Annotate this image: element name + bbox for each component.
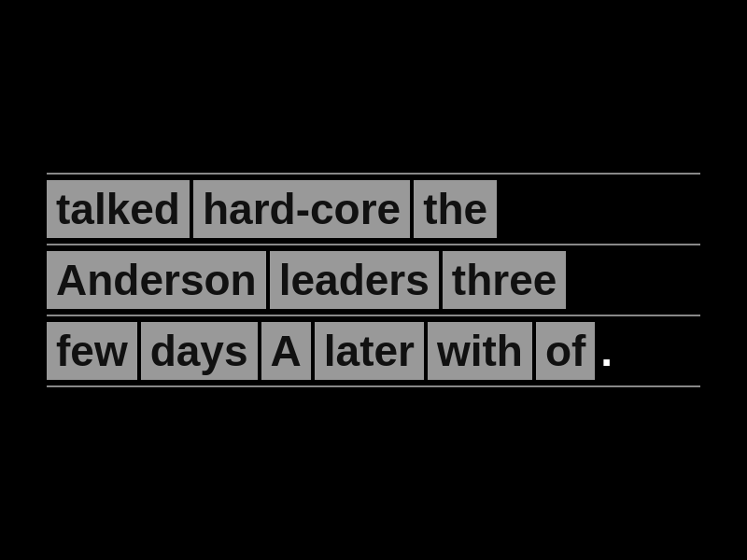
word-anderson: Anderson [47,251,266,309]
word-few: few [47,322,137,380]
text-grid: talked hard-core the Anderson leaders th… [47,173,700,387]
word-the: the [414,180,497,238]
word-hard-core: hard-core [193,180,410,238]
word-leaders: leaders [270,251,439,309]
word-three: three [443,251,566,309]
word-a: A [261,322,311,380]
word-row-1: talked hard-core the [47,175,700,244]
word-of: of [536,322,595,380]
bottom-divider [47,385,700,387]
word-with: with [428,322,532,380]
word-talked: talked [47,180,190,238]
word-row-2: Anderson leaders three [47,245,700,315]
word-later: later [315,322,424,380]
word-days: days [141,322,258,380]
word-row-3: few days A later with of . [47,316,700,385]
trailing-dot: . [600,326,613,376]
